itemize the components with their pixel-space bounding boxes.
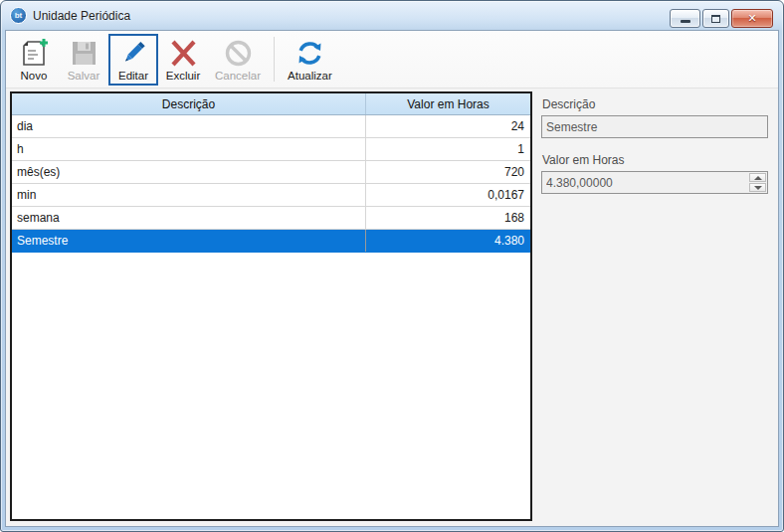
excluir-label: Excluir bbox=[166, 70, 201, 82]
cancel-icon bbox=[223, 38, 254, 69]
cell-valor: 720 bbox=[365, 161, 530, 183]
spinner-up-button[interactable] bbox=[749, 173, 766, 182]
novo-button[interactable]: Novo bbox=[9, 34, 59, 86]
table-row-selected[interactable]: Semestre 4.380 bbox=[12, 230, 530, 253]
chevron-up-icon bbox=[754, 176, 762, 180]
valor-spinner bbox=[749, 173, 766, 192]
atualizar-label: Atualizar bbox=[288, 70, 332, 82]
table-row[interactable]: dia 24 bbox=[12, 115, 530, 138]
detail-panel: Descrição Valor em Horas bbox=[532, 89, 778, 526]
valor-em-horas-label: Valor em Horas bbox=[542, 153, 768, 167]
maximize-icon bbox=[711, 15, 720, 23]
units-grid: Descrição Valor em Horas dia 24 h 1 mês(… bbox=[10, 91, 532, 521]
cancelar-label: Cancelar bbox=[215, 70, 261, 82]
cell-valor: 1 bbox=[365, 138, 530, 160]
grid-header-row: Descrição Valor em Horas bbox=[12, 93, 530, 115]
app-logo-icon: bt bbox=[10, 7, 27, 24]
valor-em-horas-field[interactable] bbox=[541, 171, 768, 194]
atualizar-button[interactable]: Atualizar bbox=[281, 34, 339, 86]
editar-button[interactable]: Editar bbox=[108, 34, 158, 86]
cell-valor: 0,0167 bbox=[365, 184, 530, 206]
delete-x-icon bbox=[168, 38, 199, 69]
table-row[interactable]: h 1 bbox=[12, 138, 530, 161]
minimize-icon bbox=[681, 20, 690, 23]
descricao-field[interactable] bbox=[541, 115, 768, 138]
chevron-down-icon bbox=[754, 186, 762, 190]
cell-descricao: Semestre bbox=[12, 230, 365, 252]
column-header-valor[interactable]: Valor em Horas bbox=[365, 93, 530, 114]
excluir-button[interactable]: Excluir bbox=[158, 34, 208, 86]
cell-descricao: semana bbox=[12, 207, 365, 229]
novo-label: Novo bbox=[21, 70, 48, 82]
table-row[interactable]: semana 168 bbox=[12, 207, 530, 230]
refresh-icon bbox=[294, 38, 325, 69]
titlebar: bt Unidade Periódica ✕ bbox=[1, 1, 783, 30]
grid-empty-area bbox=[12, 253, 530, 519]
client-area: Novo Salvar bbox=[5, 30, 779, 527]
salvar-button[interactable]: Salvar bbox=[59, 34, 108, 86]
toolbar-separator bbox=[274, 37, 275, 82]
cell-descricao: h bbox=[12, 138, 365, 160]
save-icon bbox=[69, 38, 99, 69]
minimize-button[interactable] bbox=[670, 9, 700, 28]
content-area: Descrição Valor em Horas dia 24 h 1 mês(… bbox=[6, 89, 778, 526]
cell-valor: 24 bbox=[365, 115, 530, 137]
cell-descricao: min bbox=[12, 184, 365, 206]
cell-descricao: mês(es) bbox=[12, 161, 365, 183]
table-row[interactable]: min 0,0167 bbox=[12, 184, 530, 207]
salvar-label: Salvar bbox=[68, 70, 100, 82]
cell-valor: 168 bbox=[365, 207, 530, 229]
window-controls: ✕ bbox=[670, 9, 773, 28]
spinner-down-button[interactable] bbox=[749, 183, 766, 192]
cancelar-button[interactable]: Cancelar bbox=[208, 34, 268, 86]
cell-valor: 4.380 bbox=[365, 230, 530, 252]
close-icon: ✕ bbox=[747, 13, 756, 24]
toolbar: Novo Salvar bbox=[6, 31, 778, 89]
window-title: Unidade Periódica bbox=[33, 9, 130, 23]
cell-descricao: dia bbox=[12, 115, 365, 137]
table-row[interactable]: mês(es) 720 bbox=[12, 161, 530, 184]
editar-label: Editar bbox=[118, 70, 148, 82]
new-document-icon bbox=[19, 38, 50, 69]
maximize-button[interactable] bbox=[702, 9, 729, 28]
column-header-descricao[interactable]: Descrição bbox=[12, 93, 365, 114]
app-window: bt Unidade Periódica ✕ bbox=[0, 0, 784, 532]
close-button[interactable]: ✕ bbox=[731, 9, 773, 28]
edit-pencil-icon bbox=[118, 38, 149, 69]
descricao-label: Descrição bbox=[542, 97, 768, 111]
